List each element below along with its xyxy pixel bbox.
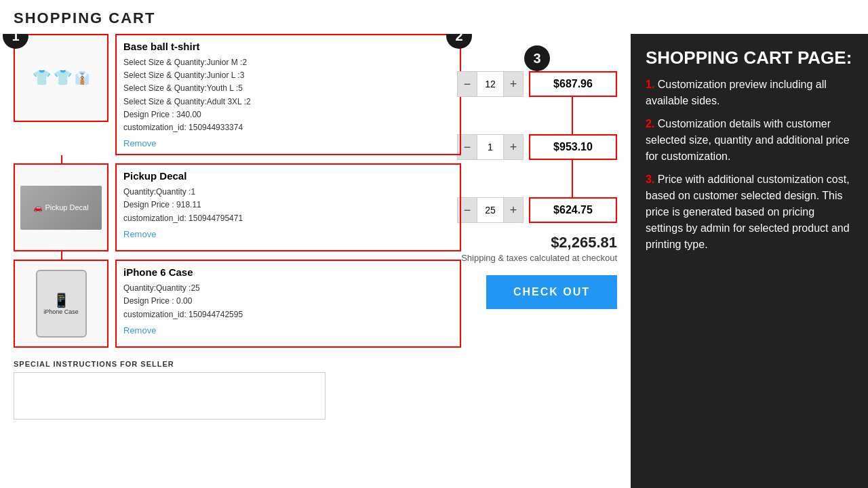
item-1-image: 1 👕 👕 👔 — [14, 34, 108, 122]
item-1-qty-input[interactable] — [477, 72, 504, 96]
item-2-remove[interactable]: Remove — [123, 229, 453, 239]
info-panel: SHOPPING CART PAGE: 1. Customization pre… — [631, 34, 868, 488]
item-3-name: iPhone 6 Case — [123, 266, 453, 278]
item-3-qty-control[interactable]: − + — [457, 197, 524, 223]
info-point-1-num: 1. — [646, 79, 654, 90]
item-3-remove[interactable]: Remove — [123, 325, 453, 336]
item-3-details-text: Quantity:Quantity :25 Design Price : 0.0… — [123, 282, 453, 321]
item-2-qty-input[interactable] — [477, 135, 504, 159]
item-2-qty-control[interactable]: − + — [457, 134, 524, 160]
item-1-details: 2 Base ball t-shirt Select Size & Quanti… — [115, 34, 461, 155]
item-2-image: 🚗 Pickup Decal — [14, 163, 108, 251]
item-1-price: $687.96 — [529, 71, 617, 97]
cart-total: $2,265.81 — [461, 234, 617, 251]
badge-1: 1 — [3, 34, 28, 49]
truck-img: 🚗 Pickup Decal — [20, 186, 102, 230]
page-title: SHOPPING CART — [0, 0, 868, 34]
item-1-details-text: Select Size & Quantity:Junior M :2 Selec… — [123, 56, 453, 134]
item-3-qty-input[interactable] — [477, 198, 504, 222]
checkout-button[interactable]: CHECK OUT — [486, 275, 617, 309]
item-3-image: 📱 iPhone Case — [14, 260, 108, 348]
shipping-note: Shipping & taxes calculated at checkout — [461, 253, 617, 263]
item-1-qty-control[interactable]: − + — [457, 71, 524, 97]
info-point-3-text: Price with additional customization cost… — [646, 174, 850, 250]
item-1-name: Base ball t-shirt — [123, 41, 453, 52]
info-point-3-num: 3. — [646, 174, 654, 185]
item-2-price: $953.10 — [529, 134, 617, 160]
item-3-details: iPhone 6 Case Quantity:Quantity :25 Desi… — [115, 260, 461, 348]
info-point-1-text: Customization preview including all avai… — [646, 79, 827, 106]
item-2-details-text: Quantity:Quantity :1 Design Price : 918.… — [123, 186, 453, 225]
item-3-qty-plus[interactable]: + — [504, 198, 523, 222]
badge-3: 3 — [524, 45, 550, 71]
item-3-price: $624.75 — [529, 197, 617, 223]
info-point-2-num: 2. — [646, 118, 654, 129]
item-2-details: Pickup Decal Quantity:Quantity :1 Design… — [115, 163, 461, 251]
item-2-name: Pickup Decal — [123, 170, 453, 182]
item-1-qty-plus[interactable]: + — [504, 72, 523, 96]
instructions-textarea[interactable] — [14, 372, 326, 420]
info-panel-title: SHOPPING CART PAGE: — [646, 47, 853, 68]
info-point-2-text: Customization details with customer sele… — [646, 118, 850, 162]
info-panel-body: 1. Customization preview including all a… — [646, 77, 853, 253]
item-1-remove[interactable]: Remove — [123, 138, 453, 148]
instructions-label: SPECIAL INSTRUCTIONS FOR SELLER — [14, 360, 461, 368]
item-2-qty-plus[interactable]: + — [504, 135, 523, 159]
item-1-qty-minus[interactable]: − — [458, 72, 477, 96]
phone-img: 📱 iPhone Case — [36, 270, 87, 338]
